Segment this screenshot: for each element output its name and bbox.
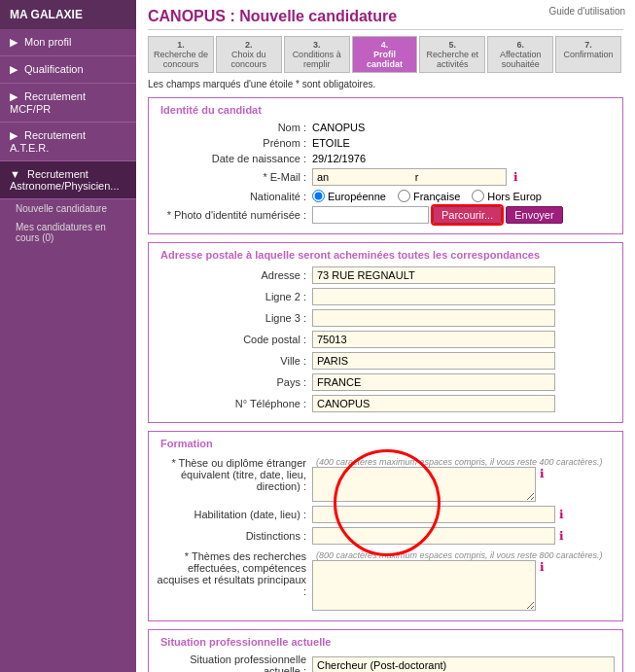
- habilitation-label: Habilitation (date, lieu) :: [157, 509, 312, 520]
- email-field-container: ℹ: [312, 168, 615, 186]
- nationality-label: Nationalité :: [157, 191, 312, 202]
- these-textarea[interactable]: [312, 467, 536, 502]
- sidebar: MA GALAXIE ▶ Mon profil ▶ Qualification …: [0, 0, 136, 672]
- identity-section-title: Identité du candidat: [157, 104, 265, 116]
- ligne3-label: Ligne 3 :: [157, 312, 312, 324]
- envoyer-button[interactable]: Envoyer: [506, 206, 562, 224]
- step-4[interactable]: 4. Profil candidat: [352, 36, 418, 73]
- situation-section-title: Situation professionnelle actuelle: [157, 636, 335, 648]
- distinctions-row: Distinctions : ℹ: [157, 527, 615, 545]
- arrow-icon: ▼: [10, 168, 20, 180]
- step-3[interactable]: 3. Conditions à remplir: [284, 36, 350, 73]
- sidebar-item-qualification[interactable]: ▶ Qualification: [0, 56, 136, 84]
- sidebar-sub-mes-candidatures[interactable]: Mes candidatures en cours (0): [0, 218, 136, 247]
- adresse-row: Adresse :: [157, 266, 615, 284]
- arrow-icon: ▶: [10, 90, 18, 102]
- habilitation-info-icon[interactable]: ℹ: [559, 508, 564, 521]
- formation-section: Formation * Thèse ou diplôme étranger éq…: [148, 431, 623, 621]
- sidebar-header: MA GALAXIE: [0, 0, 136, 29]
- pays-input[interactable]: [312, 373, 555, 391]
- photo-row: * Photo d'identité numérisée : Parcourir…: [157, 206, 615, 224]
- step-1[interactable]: 1. Recherche de concours: [148, 36, 214, 73]
- email-row: * E-Mail : ℹ: [157, 168, 615, 186]
- situation-label: Situation professionnelle actuelle :: [157, 654, 312, 672]
- step-2[interactable]: 2. Choix du concours: [216, 36, 282, 73]
- themes-container: (800 caractères maximum espaces compris,…: [312, 548, 603, 611]
- ligne2-input[interactable]: [312, 288, 555, 305]
- step-7[interactable]: 7. Confirmation: [555, 36, 621, 73]
- these-note: (400 caractères maximum espaces compris,…: [316, 457, 603, 467]
- sidebar-item-astronome[interactable]: ▼ Recrutement Astronome/Physicien...: [0, 161, 136, 199]
- ligne2-row: Ligne 2 :: [157, 288, 615, 305]
- ligne3-input[interactable]: [312, 309, 555, 327]
- required-note: Les champs marqués d'une étoile * sont o…: [148, 79, 623, 89]
- distinctions-info-icon[interactable]: ℹ: [559, 529, 564, 543]
- themes-textarea[interactable]: [312, 560, 536, 611]
- habilitation-row: Habilitation (date, lieu) : ℹ: [157, 506, 615, 523]
- cp-row: Code postal :: [157, 331, 615, 348]
- dob-label: Date de naissance :: [157, 153, 312, 164]
- identity-section: Identité du candidat Nom : CANOPUS Préno…: [148, 97, 623, 234]
- pays-label: Pays :: [157, 376, 312, 388]
- ville-row: Ville :: [157, 352, 615, 370]
- situation-input[interactable]: [312, 656, 615, 672]
- distinctions-input[interactable]: [312, 527, 555, 545]
- themes-info-icon[interactable]: ℹ: [540, 560, 545, 574]
- cp-input[interactable]: [312, 331, 555, 348]
- nationality-row: Nationalité : Européenne Française Hors …: [157, 190, 615, 202]
- step-5[interactable]: 5. Recherche et activités: [419, 36, 485, 73]
- these-container: (400 caractères maximum espaces compris,…: [312, 455, 603, 502]
- sidebar-sub-nouvelle-candidature[interactable]: Nouvelle candidature: [0, 199, 136, 218]
- nationality-europeenne[interactable]: Européenne: [312, 190, 386, 202]
- prenom-row: Prénom : ETOILE: [157, 137, 615, 149]
- ville-label: Ville :: [157, 355, 312, 367]
- themes-label: * Thèmes des recherches effectuées, comp…: [157, 548, 312, 597]
- dob-row: Date de naissance : 29/12/1976: [157, 153, 615, 164]
- tel-row: N° Téléphone :: [157, 395, 615, 412]
- ligne2-label: Ligne 2 :: [157, 291, 312, 302]
- formation-section-title: Formation: [157, 438, 217, 449]
- nationality-options: Européenne Française Hors Europ: [312, 190, 615, 202]
- main-content: Guide d'utilisation CANOPUS : Nouvelle c…: [136, 0, 635, 672]
- habilitation-input[interactable]: [312, 506, 555, 523]
- situation-row: Situation professionnelle actuelle :: [157, 654, 615, 672]
- email-info-icon[interactable]: ℹ: [513, 170, 518, 184]
- themes-note: (800 caractères maximum espaces compris,…: [316, 550, 603, 560]
- email-input[interactable]: [312, 168, 507, 186]
- step-6[interactable]: 6. Affectation souhaitée: [487, 36, 553, 73]
- tel-label: N° Téléphone :: [157, 398, 312, 409]
- nom-value: CANOPUS: [312, 122, 615, 133]
- photo-label: * Photo d'identité numérisée :: [157, 209, 312, 221]
- adresse-label: Adresse :: [157, 269, 312, 281]
- pays-row: Pays :: [157, 373, 615, 391]
- nom-row: Nom : CANOPUS: [157, 122, 615, 133]
- prenom-label: Prénom :: [157, 137, 312, 149]
- guide-link[interactable]: Guide d'utilisation: [548, 6, 625, 17]
- address-section-title: Adresse postale à laquelle seront achemi…: [157, 249, 544, 261]
- cp-label: Code postal :: [157, 334, 312, 345]
- parcourir-button[interactable]: Parcourir...: [433, 206, 502, 224]
- these-label: * Thèse ou diplôme étranger équivalent (…: [157, 455, 312, 492]
- email-label: * E-Mail :: [157, 171, 312, 183]
- prenom-value: ETOILE: [312, 137, 615, 149]
- steps-bar: 1. Recherche de concours 2. Choix du con…: [148, 36, 623, 73]
- situation-section: Situation professionnelle actuelle Situa…: [148, 629, 623, 672]
- address-section: Adresse postale à laquelle seront achemi…: [148, 242, 623, 423]
- photo-container: Parcourir... Envoyer: [312, 206, 615, 224]
- sidebar-item-ater[interactable]: ▶ Recrutement A.T.E.R.: [0, 123, 136, 161]
- these-row: * Thèse ou diplôme étranger équivalent (…: [157, 455, 615, 502]
- tel-input[interactable]: [312, 395, 555, 412]
- nom-label: Nom :: [157, 122, 312, 133]
- nationality-francaise[interactable]: Française: [398, 190, 460, 202]
- adresse-input[interactable]: [312, 266, 555, 284]
- ville-input[interactable]: [312, 352, 555, 370]
- ligne3-row: Ligne 3 :: [157, 309, 615, 327]
- sidebar-item-mcf-pr[interactable]: ▶ Recrutement MCF/PR: [0, 84, 136, 123]
- nationality-hors-europ[interactable]: Hors Europ: [472, 190, 542, 202]
- arrow-icon: ▶: [10, 129, 18, 141]
- arrow-icon: ▶: [10, 36, 18, 48]
- sidebar-item-mon-profil[interactable]: ▶ Mon profil: [0, 29, 136, 56]
- photo-path-input[interactable]: [312, 206, 429, 224]
- distinctions-label: Distinctions :: [157, 530, 312, 542]
- these-info-icon[interactable]: ℹ: [540, 467, 545, 480]
